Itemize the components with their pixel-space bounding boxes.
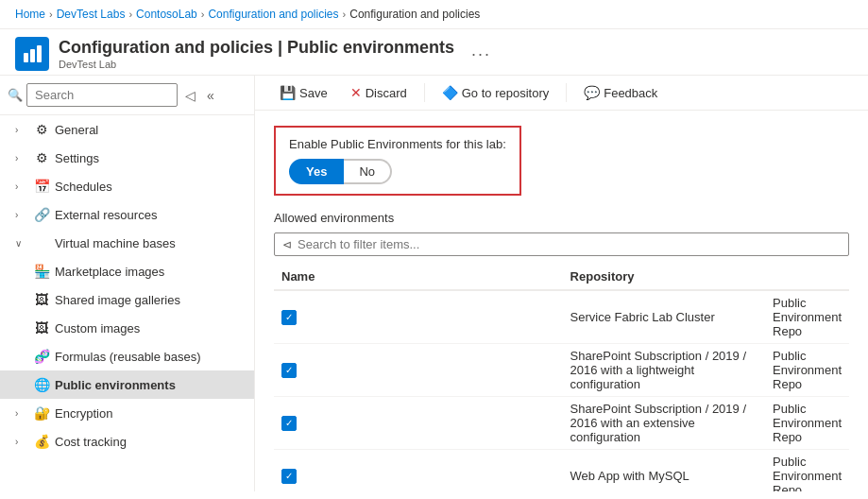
page-header: Configuration and policies | Public envi…	[0, 29, 868, 76]
save-icon: 💾	[280, 85, 296, 100]
item-icon: 💰	[34, 434, 49, 449]
item-icon: ⚙	[34, 150, 49, 165]
sidebar-nav: ›⚙General›⚙Settings›📅Schedules›🔗External…	[0, 115, 254, 456]
toggle-yes-button[interactable]: Yes	[289, 159, 344, 184]
sidebar-item-virtual-machine-bases[interactable]: ∨Virtual machine bases	[0, 229, 254, 257]
col-name-header: Name	[274, 264, 563, 290]
sidebar-item-label: Formulas (reusable bases)	[55, 350, 201, 364]
content-area: Enable Public Environments for this lab:…	[255, 111, 868, 491]
sidebar-item-public-environments[interactable]: 🌐Public environments	[0, 370, 254, 399]
table-row: ✓Service Fabric Lab ClusterPublic Enviro…	[274, 290, 849, 344]
row-checkbox[interactable]: ✓	[281, 363, 297, 378]
save-button[interactable]: 💾 Save	[270, 81, 337, 104]
table-header-row: Name Repository	[274, 264, 849, 290]
page-header-text: Configuration and policies | Public envi…	[59, 38, 454, 70]
feedback-button[interactable]: 💬 Feedback	[574, 81, 667, 104]
row-repo: Public Environment Repo	[765, 290, 849, 344]
item-icon: 🖼	[34, 292, 49, 307]
toolbar-separator	[424, 83, 425, 102]
breadcrumb-current: Configuration and policies	[349, 8, 480, 21]
breadcrumb-devtest[interactable]: DevTest Labs	[57, 8, 126, 21]
toolbar: 💾 Save ✕ Discard 🔷 Go to repository 💬 Fe…	[255, 76, 868, 111]
row-checkbox[interactable]: ✓	[281, 469, 297, 484]
sidebar-item-label: Public environments	[55, 378, 176, 392]
sidebar-item-external-resources[interactable]: ›🔗External resources	[0, 200, 254, 229]
goto-repo-button[interactable]: 🔷 Go to repository	[433, 81, 559, 104]
item-icon: 🔐	[34, 405, 49, 421]
search-icon: 🔍	[8, 88, 23, 102]
main-content: 💾 Save ✕ Discard 🔷 Go to repository 💬 Fe…	[255, 76, 868, 491]
row-name: Web App with MySQL	[563, 450, 765, 492]
item-icon	[34, 235, 49, 250]
svg-rect-1	[30, 49, 35, 62]
item-icon: 🏪	[34, 264, 49, 279]
row-checkbox[interactable]: ✓	[281, 310, 297, 325]
breadcrumb-config[interactable]: Configuration and policies	[208, 8, 338, 21]
sidebar-item-label: Cost tracking	[55, 435, 127, 449]
sidebar: 🔍 ◁ « ›⚙General›⚙Settings›📅Schedules›🔗Ex…	[0, 76, 255, 491]
row-checkbox[interactable]: ✓	[281, 416, 297, 431]
item-icon: 🔗	[34, 207, 49, 222]
sidebar-item-custom-images[interactable]: 🖼Custom images	[0, 314, 254, 342]
breadcrumb: Home › DevTest Labs › ContosoLab › Confi…	[0, 0, 868, 29]
search-input[interactable]	[26, 83, 178, 107]
feedback-icon: 💬	[584, 85, 600, 100]
chevron-icon: ›	[15, 125, 28, 135]
item-icon: ⚙	[34, 122, 49, 137]
row-name: SharePoint Subscription / 2019 / 2016 wi…	[563, 344, 765, 397]
sidebar-collapse-button[interactable]: «	[203, 86, 218, 105]
page-subtitle: DevTest Lab	[59, 59, 454, 70]
row-name: Service Fabric Lab Cluster	[563, 290, 765, 344]
sidebar-item-marketplace-images[interactable]: 🏪Marketplace images	[0, 257, 254, 285]
sidebar-item-shared-image-galleries[interactable]: 🖼Shared image galleries	[0, 285, 254, 314]
discard-icon: ✕	[350, 85, 362, 100]
more-options-button[interactable]: ···	[471, 44, 491, 64]
breadcrumb-lab[interactable]: ContosoLab	[136, 8, 197, 21]
sidebar-item-encryption[interactable]: ›🔐Encryption	[0, 399, 254, 427]
chevron-icon: ›	[15, 408, 28, 419]
row-repo: Public Environment Repo	[765, 450, 849, 492]
sidebar-item-label: Virtual machine bases	[55, 236, 176, 250]
sidebar-item-schedules[interactable]: ›📅Schedules	[0, 172, 254, 200]
chevron-icon: ›	[15, 153, 28, 163]
sidebar-item-formulas-reusable-bases[interactable]: 🧬Formulas (reusable bases)	[0, 342, 254, 370]
chevron-icon: ›	[15, 210, 28, 220]
svg-rect-2	[37, 45, 42, 62]
item-icon: 🌐	[34, 377, 49, 392]
sidebar-item-cost-tracking[interactable]: ›💰Cost tracking	[0, 427, 254, 456]
sidebar-item-label: General	[55, 123, 98, 137]
repo-icon: 🔷	[442, 85, 458, 100]
page-title: Configuration and policies | Public envi…	[59, 38, 454, 59]
filter-input[interactable]	[298, 237, 841, 251]
chevron-icon: ›	[15, 437, 28, 447]
environments-table: Name Repository ✓Service Fabric Lab Clus…	[274, 264, 849, 491]
sidebar-item-label: Settings	[55, 151, 99, 165]
breadcrumb-home[interactable]: Home	[15, 8, 45, 21]
enable-label: Enable Public Environments for this lab:	[289, 137, 506, 151]
page-icon	[15, 37, 49, 71]
sidebar-item-label: Marketplace images	[55, 265, 164, 279]
table-row: ✓Web App with MySQLPublic Environment Re…	[274, 450, 849, 492]
sidebar-item-settings[interactable]: ›⚙Settings	[0, 144, 254, 172]
sidebar-item-label: Custom images	[55, 321, 140, 336]
toolbar-separator-2	[566, 83, 567, 102]
enable-public-environments-section: Enable Public Environments for this lab:…	[274, 126, 521, 196]
toggle-group: Yes No	[289, 159, 506, 184]
col-repo-header: Repository	[563, 264, 765, 290]
toggle-no-button[interactable]: No	[344, 159, 392, 184]
item-icon: 🧬	[34, 349, 49, 364]
table-row: ✓SharePoint Subscription / 2019 / 2016 w…	[274, 344, 849, 397]
chevron-icon: ∨	[15, 238, 28, 249]
chevron-icon: ›	[15, 181, 28, 192]
sidebar-item-label: External resources	[55, 208, 157, 222]
discard-button[interactable]: ✕ Discard	[341, 81, 417, 104]
row-repo: Public Environment Repo	[765, 397, 849, 450]
allowed-environments-label: Allowed environments	[274, 211, 849, 225]
table-body: ✓Service Fabric Lab ClusterPublic Enviro…	[274, 290, 849, 491]
sidebar-item-label: Schedules	[55, 180, 112, 194]
sidebar-pin-button[interactable]: ◁	[181, 86, 199, 105]
row-name: SharePoint Subscription / 2019 / 2016 wi…	[563, 397, 765, 450]
filter-icon: ⊲	[282, 238, 292, 251]
sidebar-search-row: 🔍 ◁ «	[0, 76, 254, 115]
sidebar-item-general[interactable]: ›⚙General	[0, 115, 254, 144]
